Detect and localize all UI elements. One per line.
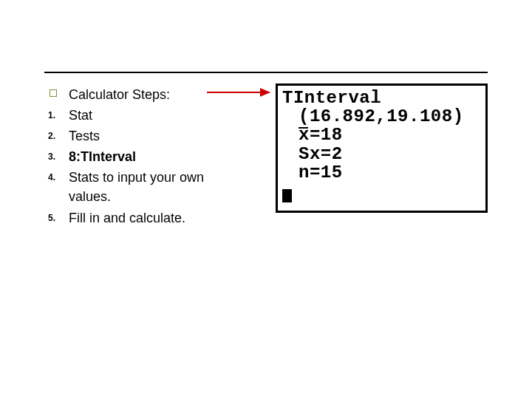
step-row-3: 3. 8:TInterval	[48, 147, 248, 166]
step-text-5: Fill in and calculate.	[69, 208, 248, 228]
step-text-1: Stat	[69, 106, 248, 125]
step-row-4: 4. Stats to input your own values.	[48, 168, 248, 206]
square-bullet-icon	[48, 85, 69, 100]
red-arrow-icon	[207, 92, 270, 93]
calc-n-line: n=15	[282, 163, 481, 182]
calc-sx-line: Sx=2	[282, 145, 481, 163]
num-bullet-5: 5.	[48, 208, 69, 225]
step-text-2: Tests	[69, 126, 248, 146]
step-heading-row: Calculator Steps:	[48, 85, 248, 104]
num-bullet-1: 1.	[48, 106, 69, 122]
step-text-4: Stats to input your own values.	[69, 168, 248, 206]
step-text-3: 8:TInterval	[69, 147, 248, 166]
steps-list: Calculator Steps: 1. Stat 2. Tests 3. 8:…	[48, 85, 248, 229]
num-bullet-3: 3.	[48, 147, 69, 163]
calc-interval: (16.892,19.108)	[282, 107, 481, 126]
calc-xbar-line: x=18	[282, 126, 481, 144]
step-row-1: 1. Stat	[48, 106, 248, 125]
cursor-block-icon	[282, 189, 292, 202]
xbar-symbol: x=18	[299, 126, 343, 144]
calc-title: TInterval	[282, 89, 481, 107]
num-bullet-4: 4.	[48, 168, 69, 184]
step-row-5: 5. Fill in and calculate.	[48, 208, 248, 228]
step-row-2: 2. Tests	[48, 126, 248, 146]
num-bullet-2: 2.	[48, 126, 69, 143]
horizontal-divider	[44, 72, 488, 73]
steps-heading: Calculator Steps:	[69, 85, 248, 104]
calculator-screen: TInterval (16.892,19.108) x=18 Sx=2 n=15	[276, 83, 488, 213]
content-area: Calculator Steps: 1. Stat 2. Tests 3. 8:…	[48, 85, 248, 229]
